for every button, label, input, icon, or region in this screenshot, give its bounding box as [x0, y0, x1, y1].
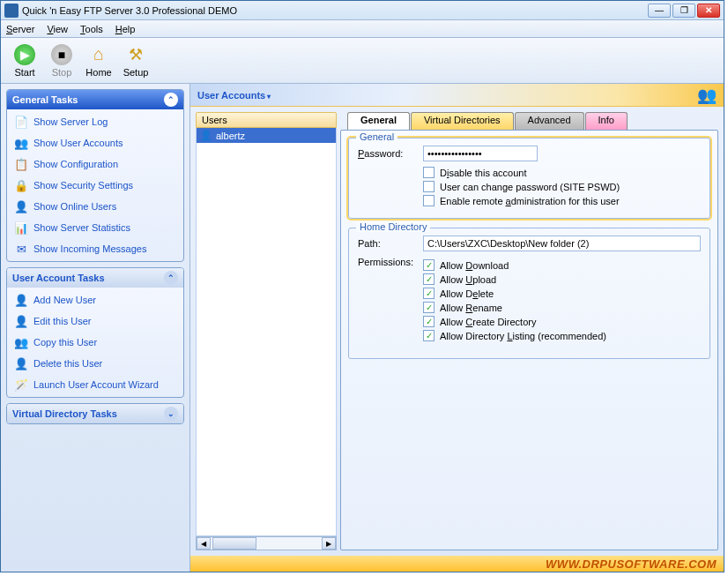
stop-icon: ■: [51, 44, 72, 65]
tab-content-general: General Password: Disable this account U…: [340, 130, 718, 550]
tab-virtual-directories[interactable]: Virtual Directories: [411, 112, 514, 130]
main-title-dropdown[interactable]: User Accounts: [197, 90, 271, 101]
general-tasks-header[interactable]: General Tasks⌃: [7, 90, 183, 109]
home-icon: ⌂: [88, 44, 109, 65]
remote-admin-checkbox[interactable]: [423, 195, 435, 206]
log-icon: 📄: [14, 115, 28, 129]
general-tasks-panel: General Tasks⌃ 📄Show Server Log 👥Show Us…: [6, 89, 184, 262]
titlebar: Quick 'n Easy FTP Server 3.0 Professiona…: [1, 1, 724, 20]
task-delete-user[interactable]: 👤Delete this User: [7, 353, 183, 374]
close-button[interactable]: ✕: [697, 4, 720, 18]
users-list[interactable]: 👤albertz: [196, 128, 337, 536]
task-copy-user[interactable]: 👥Copy this User: [7, 332, 183, 353]
application-window: Quick 'n Easy FTP Server 3.0 Professiona…: [0, 0, 724, 572]
users-column: Users 👤albertz ◀ ▶: [196, 112, 337, 550]
menu-tools[interactable]: Tools: [80, 24, 103, 34]
task-user-wizard[interactable]: 🪄Launch User Account Wizard: [7, 374, 183, 395]
menu-view[interactable]: View: [47, 24, 68, 34]
maximize-button[interactable]: ❐: [672, 4, 695, 18]
path-label: Path:: [358, 238, 414, 249]
scroll-right-button[interactable]: ▶: [322, 537, 336, 550]
app-icon: [4, 4, 19, 18]
tab-info[interactable]: Info: [585, 112, 628, 130]
password-input[interactable]: [423, 146, 538, 161]
footer: WWW.DRPUSOFTWARE.COM: [190, 556, 724, 572]
allow-rename-checkbox[interactable]: ✓: [423, 302, 435, 313]
footer-link[interactable]: WWW.DRPUSOFTWARE.COM: [546, 557, 717, 571]
chart-icon: 📊: [14, 221, 28, 235]
scroll-thumb[interactable]: [212, 537, 256, 550]
task-show-user-accounts[interactable]: 👥Show User Accounts: [7, 132, 183, 153]
password-label: Password:: [358, 148, 414, 159]
user-row-selected[interactable]: 👤albertz: [197, 128, 336, 143]
setup-button[interactable]: ⚒Setup: [117, 40, 154, 82]
scroll-left-button[interactable]: ◀: [197, 537, 211, 550]
task-edit-user[interactable]: 👤Edit this User: [7, 310, 183, 332]
users-icon: 👥: [697, 86, 717, 105]
allow-rename-label: Allow Rename: [440, 303, 502, 313]
allow-create-dir-checkbox[interactable]: ✓: [423, 316, 435, 327]
tab-general[interactable]: General: [347, 112, 410, 130]
allow-delete-label: Allow Delete: [440, 288, 494, 299]
minimize-button[interactable]: —: [648, 4, 671, 18]
disable-account-label: Disable this account: [440, 168, 526, 178]
task-show-statistics[interactable]: 📊Show Server Statistics: [7, 217, 183, 238]
allow-download-label: Allow Download: [440, 260, 509, 271]
sidebar: General Tasks⌃ 📄Show Server Log 👥Show Us…: [1, 84, 189, 572]
play-icon: ▶: [14, 44, 35, 65]
task-show-online-users[interactable]: 👤Show Online Users: [7, 196, 183, 217]
wizard-icon: 🪄: [14, 378, 28, 392]
content: General Tasks⌃ 📄Show Server Log 👥Show Us…: [1, 84, 724, 572]
edit-user-icon: 👤: [14, 314, 28, 328]
chevron-up-icon: ⌃: [164, 271, 178, 285]
delete-user-icon: 👤: [14, 356, 28, 370]
stop-button: ■Stop: [43, 40, 80, 82]
home-button[interactable]: ⌂Home: [80, 40, 117, 82]
add-user-icon: 👤: [14, 293, 28, 307]
user-account-tasks-header[interactable]: User Account Tasks⌃: [7, 268, 183, 288]
users-list-header: Users: [196, 112, 337, 128]
online-icon: 👤: [14, 199, 28, 213]
task-show-messages[interactable]: ✉Show Incoming Messages: [7, 238, 183, 259]
user-change-password-checkbox[interactable]: [423, 181, 435, 192]
remote-admin-label: Enable remote administration for this us…: [440, 196, 620, 206]
allow-download-checkbox[interactable]: ✓: [423, 259, 435, 271]
task-add-user[interactable]: 👤Add New User: [7, 289, 183, 310]
menu-server[interactable]: Server: [6, 24, 34, 34]
toolbar: ▶Start ■Stop ⌂Home ⚒Setup: [1, 38, 724, 84]
main-area: User Accounts 👥 Users 👤albertz ◀ ▶: [189, 84, 724, 572]
user-change-password-label: User can change password (SITE PSWD): [440, 182, 620, 192]
users-icon: 👥: [14, 136, 28, 150]
chevron-up-icon: ⌃: [164, 93, 178, 107]
allow-dir-listing-label: Allow Directory Listing (recommended): [440, 331, 606, 341]
disable-account-checkbox[interactable]: [423, 167, 435, 178]
tab-advanced[interactable]: Advanced: [515, 112, 584, 130]
allow-dir-listing-checkbox[interactable]: ✓: [423, 330, 435, 341]
virtual-directory-tasks-header[interactable]: Virtual Directory Tasks⌄: [7, 404, 183, 423]
allow-upload-checkbox[interactable]: ✓: [423, 273, 435, 285]
menubar: Server View Tools Help: [1, 20, 724, 38]
home-directory-fieldset: Home Directory Path: Permissions: ✓Allow…: [348, 228, 710, 359]
general-fieldset: General Password: Disable this account U…: [348, 138, 710, 219]
start-button[interactable]: ▶Start: [6, 40, 43, 82]
home-directory-legend: Home Directory: [356, 221, 430, 232]
allow-upload-label: Allow Upload: [440, 274, 496, 285]
menu-help[interactable]: Help: [115, 24, 136, 34]
virtual-directory-tasks-panel: Virtual Directory Tasks⌄: [6, 403, 184, 424]
details-column: General Virtual Directories Advanced Inf…: [340, 112, 718, 550]
window-title: Quick 'n Easy FTP Server 3.0 Professiona…: [22, 5, 648, 16]
allow-delete-checkbox[interactable]: ✓: [423, 288, 435, 299]
horizontal-scrollbar[interactable]: ◀ ▶: [196, 536, 337, 550]
allow-create-dir-label: Allow Create Directory: [440, 317, 536, 327]
gear-icon: ⚒: [125, 44, 146, 65]
copy-user-icon: 👥: [14, 335, 28, 349]
path-input[interactable]: [423, 236, 701, 251]
task-show-server-log[interactable]: 📄Show Server Log: [7, 111, 183, 132]
task-show-configuration[interactable]: 📋Show Configuration: [7, 153, 183, 175]
config-icon: 📋: [14, 157, 28, 171]
message-icon: ✉: [14, 242, 28, 256]
task-show-security[interactable]: 🔒Show Security Settings: [7, 175, 183, 196]
permissions-label: Permissions:: [358, 257, 414, 267]
main-header: User Accounts 👥: [190, 84, 724, 107]
general-legend: General: [356, 131, 397, 142]
